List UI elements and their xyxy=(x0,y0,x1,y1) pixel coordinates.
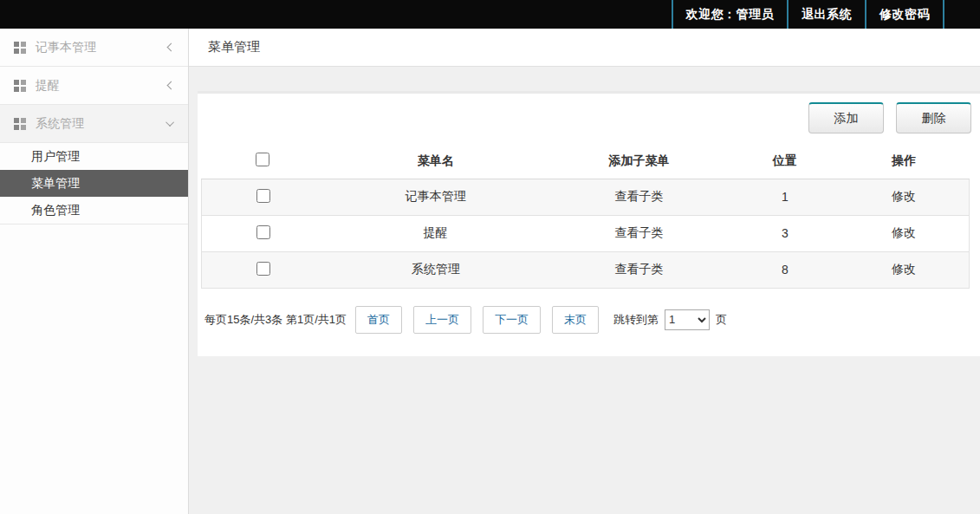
table-row: 系统管理 查看子类 8 修改 xyxy=(202,251,970,288)
column-header-position: 位置 xyxy=(731,144,839,179)
logout-button[interactable]: 退出系统 xyxy=(789,0,865,29)
table-row: 记事本管理 查看子类 1 修改 xyxy=(202,179,970,215)
toolbar: 添加 删除 xyxy=(199,101,973,144)
header-checkbox-cell xyxy=(202,144,325,179)
sidebar-group-label: 记事本管理 xyxy=(36,40,96,55)
column-header-action: 操作 xyxy=(839,144,970,179)
sidebar-item-menu-management[interactable]: 菜单管理 xyxy=(0,170,188,197)
row-checkbox[interactable] xyxy=(256,189,270,203)
last-page-button[interactable]: 末页 xyxy=(552,306,599,334)
sidebar-group-reminder[interactable]: 提醒 xyxy=(0,67,188,105)
jump-prefix-label: 跳转到第 xyxy=(613,312,659,328)
page-title: 菜单管理 xyxy=(208,39,260,55)
sidebar-group-notebook[interactable]: 记事本管理 xyxy=(0,29,188,67)
jump-suffix-label: 页 xyxy=(716,312,727,328)
chevron-left-icon xyxy=(167,81,176,90)
prev-page-button[interactable]: 上一页 xyxy=(413,306,471,334)
sidebar-group-label: 提醒 xyxy=(36,78,60,94)
column-header-name: 菜单名 xyxy=(324,144,547,179)
menu-name-cell: 系统管理 xyxy=(324,251,547,288)
page-number-select[interactable]: 1 xyxy=(665,309,710,330)
view-subclass-link[interactable]: 查看子类 xyxy=(547,179,731,215)
grid-icon xyxy=(14,42,26,54)
chevron-left-icon xyxy=(167,43,176,52)
page-jump-control: 跳转到第 1 页 xyxy=(613,309,727,330)
sidebar-submenu-system: 用户管理 菜单管理 角色管理 xyxy=(0,143,188,224)
modify-link[interactable]: 修改 xyxy=(839,251,970,288)
delete-button[interactable]: 删除 xyxy=(896,102,971,133)
welcome-user-label: 欢迎您：管理员 xyxy=(673,0,788,29)
sidebar: 记事本管理 提醒 系统管理 用户管理 菜单管理 角色管理 xyxy=(0,29,189,514)
change-password-button[interactable]: 修改密码 xyxy=(866,0,943,29)
pagination-bar: 每页15条/共3条 第1页/共1页 首页 上一页 下一页 末页 跳转到第 1 页 xyxy=(204,306,973,334)
menu-management-panel: 添加 删除 菜单名 添加子菜单 位置 操作 xyxy=(198,91,980,356)
select-all-checkbox[interactable] xyxy=(256,153,269,166)
chevron-down-icon xyxy=(165,118,174,127)
position-cell: 3 xyxy=(731,215,839,251)
first-page-button[interactable]: 首页 xyxy=(355,306,402,334)
row-checkbox[interactable] xyxy=(256,225,270,239)
menu-name-cell: 记事本管理 xyxy=(324,179,547,215)
main-area: 菜单管理 添加 删除 菜单名 添加子菜单 xyxy=(189,29,980,514)
view-subclass-link[interactable]: 查看子类 xyxy=(547,215,731,251)
sidebar-group-label: 系统管理 xyxy=(36,116,84,132)
modify-link[interactable]: 修改 xyxy=(839,179,970,215)
content-area: 添加 删除 菜单名 添加子菜单 位置 操作 xyxy=(189,67,980,514)
topbar-user-menu: 欢迎您：管理员 退出系统 修改密码 xyxy=(672,0,945,29)
grid-icon xyxy=(14,118,26,130)
table-header-row: 菜单名 添加子菜单 位置 操作 xyxy=(202,144,970,179)
row-checkbox[interactable] xyxy=(256,262,270,276)
next-page-button[interactable]: 下一页 xyxy=(483,306,541,334)
modify-link[interactable]: 修改 xyxy=(839,215,970,251)
table-row: 提醒 查看子类 3 修改 xyxy=(202,215,970,251)
breadcrumb: 菜单管理 xyxy=(189,29,980,67)
topbar: 欢迎您：管理员 退出系统 修改密码 xyxy=(0,0,980,29)
view-subclass-link[interactable]: 查看子类 xyxy=(547,251,731,288)
sidebar-item-user-management[interactable]: 用户管理 xyxy=(0,143,188,170)
menu-table: 菜单名 添加子菜单 位置 操作 记事本管理 查看子类 1 修改 xyxy=(201,144,970,289)
sidebar-group-system[interactable]: 系统管理 xyxy=(0,105,188,143)
topbar-separator xyxy=(943,0,944,29)
add-button[interactable]: 添加 xyxy=(808,102,884,133)
position-cell: 8 xyxy=(731,251,839,288)
grid-icon xyxy=(14,80,26,92)
position-cell: 1 xyxy=(731,179,839,215)
pagination-summary: 每页15条/共3条 第1页/共1页 xyxy=(204,312,347,328)
column-header-add-sub: 添加子菜单 xyxy=(547,144,731,179)
menu-name-cell: 提醒 xyxy=(324,215,547,251)
sidebar-item-role-management[interactable]: 角色管理 xyxy=(0,197,188,224)
